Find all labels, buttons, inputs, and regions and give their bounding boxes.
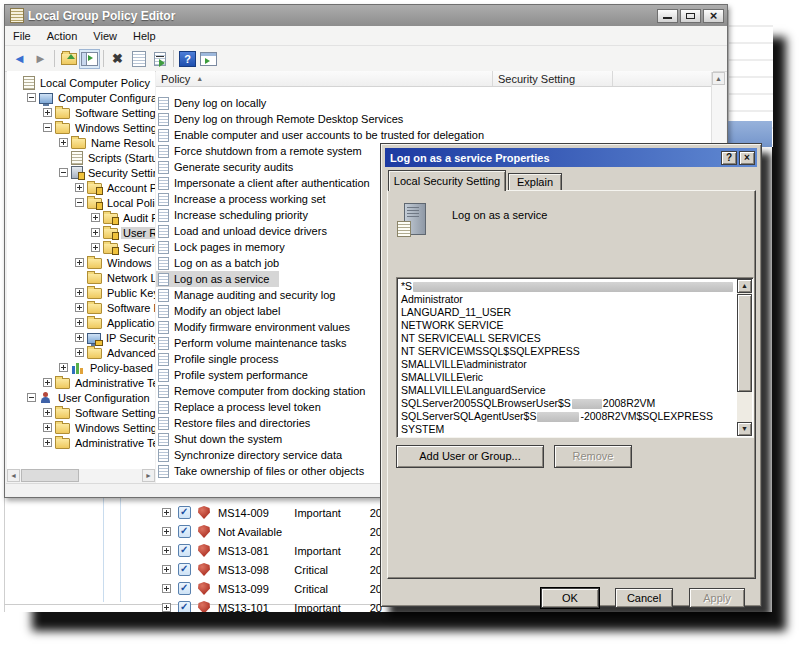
close-button[interactable]: [703, 9, 724, 23]
tree-item[interactable]: Software Settings: [7, 405, 155, 420]
scroll-right-button[interactable]: ►: [142, 469, 155, 482]
menu-item-help[interactable]: Help: [125, 30, 164, 42]
expand-plus-icon[interactable]: [75, 183, 84, 192]
expand-plus-icon[interactable]: [75, 258, 84, 267]
patch-row[interactable]: MS13-098Critical20: [154, 560, 382, 579]
expand-plus-icon[interactable]: [162, 584, 171, 593]
tree-item[interactable]: Windows Settings: [7, 420, 155, 435]
tree-item[interactable]: IP Security Policies on Local Computer: [7, 330, 155, 345]
window-titlebar[interactable]: Local Group Policy Editor: [5, 5, 727, 26]
tree-item[interactable]: Software Restriction Policies: [7, 300, 155, 315]
expand-plus-icon[interactable]: [91, 243, 100, 252]
tree-item[interactable]: Windows Settings: [7, 120, 155, 135]
patch-checkbox[interactable]: [178, 582, 191, 595]
ok-button[interactable]: OK: [541, 588, 599, 608]
policy-row[interactable]: Log on as a service: [156, 271, 279, 287]
tree-item[interactable]: Policy-based QoS: [7, 360, 155, 375]
dialog-help-button[interactable]: ?: [721, 151, 737, 165]
tree-item[interactable]: Network List Manager Policies: [7, 270, 155, 285]
tree-item[interactable]: Administrative Templates: [7, 375, 155, 390]
expand-plus-icon[interactable]: [91, 213, 100, 222]
tree-item[interactable]: Windows Firewall with Advanced Security: [7, 255, 155, 270]
expand-plus-icon[interactable]: [59, 138, 68, 147]
account-row[interactable]: LANGUARD_11_USER: [399, 306, 736, 319]
account-row[interactable]: SMALLVILLE\administrator: [399, 358, 736, 371]
column-header-security-setting[interactable]: Security Setting: [493, 71, 613, 86]
expand-plus-icon[interactable]: [43, 378, 52, 387]
up-one-level-icon[interactable]: [58, 49, 79, 69]
help-icon[interactable]: ?: [177, 49, 198, 69]
column-header-policy[interactable]: Policy ▲: [156, 71, 493, 86]
tree-item[interactable]: Scripts (Startup/Shutdown): [7, 150, 155, 165]
delete-icon[interactable]: ✖: [107, 49, 128, 69]
policy-row[interactable]: Deny log on through Remote Desktop Servi…: [156, 111, 713, 127]
menu-item-file[interactable]: File: [5, 30, 39, 42]
policy-row[interactable]: Enable computer and user accounts to be …: [156, 127, 713, 143]
new-window-icon[interactable]: [198, 49, 219, 69]
tree-item[interactable]: User Rights Assignment: [7, 225, 155, 240]
expand-plus-icon[interactable]: [75, 348, 84, 357]
dialog-titlebar[interactable]: Log on as a service Properties ? ×: [385, 148, 757, 167]
patch-checkbox[interactable]: [178, 525, 191, 538]
expand-plus-icon[interactable]: [162, 508, 171, 517]
account-row[interactable]: SQLServer2005SQLBrowserUser$S2008R2VM: [399, 397, 736, 410]
tab-local-security-setting[interactable]: Local Security Setting: [388, 170, 506, 191]
properties-icon[interactable]: [128, 49, 149, 69]
patch-row[interactable]: Not Available20: [154, 522, 382, 541]
account-row[interactable]: SQLServerSQLAgentUser$S-2008R2VM$SQLEXPR…: [399, 410, 736, 423]
tree-item[interactable]: Account Policies: [7, 180, 155, 195]
scroll-down-button[interactable]: ▼: [737, 422, 752, 436]
tree-item[interactable]: Security Options: [7, 240, 155, 255]
expand-plus-icon[interactable]: [43, 108, 52, 117]
scroll-up-button[interactable]: ▲: [712, 72, 725, 85]
listbox-scrollbar[interactable]: ▲ ▼: [737, 279, 752, 436]
menu-item-action[interactable]: Action: [39, 30, 86, 42]
tree-item[interactable]: Audit Policy: [7, 210, 155, 225]
scrollbar-thumb[interactable]: [21, 469, 79, 482]
accounts-listbox[interactable]: *SAdministratorLANGUARD_11_USERNETWORK S…: [396, 277, 754, 438]
account-row[interactable]: SMALLVILLE\eric: [399, 371, 736, 384]
account-row[interactable]: NT SERVICE\MSSQL$SQLEXPRESS: [399, 345, 736, 358]
account-row[interactable]: NETWORK SERVICE: [399, 319, 736, 332]
menu-item-view[interactable]: View: [85, 30, 125, 42]
account-row[interactable]: SYSTEM: [399, 423, 736, 436]
tree-item[interactable]: Security Settings: [7, 165, 155, 180]
expand-plus-icon[interactable]: [75, 333, 84, 342]
tree-item[interactable]: Local Computer Policy: [7, 75, 155, 90]
collapse-minus-icon[interactable]: [27, 393, 36, 402]
tree-item[interactable]: Software Settings: [7, 105, 155, 120]
minimize-button[interactable]: [657, 9, 678, 23]
account-row[interactable]: NT SERVICE\ALL SERVICES: [399, 332, 736, 345]
forward-icon[interactable]: ►: [30, 49, 51, 69]
tree-horizontal-scrollbar[interactable]: ◄ ►: [7, 469, 155, 483]
patch-checkbox[interactable]: [178, 506, 191, 519]
collapse-minus-icon[interactable]: [75, 198, 84, 207]
tree-item[interactable]: Computer Configuration: [7, 90, 155, 105]
patch-row[interactable]: MS14-009Important20: [154, 503, 382, 522]
remove-button[interactable]: Remove: [554, 445, 632, 468]
scroll-up-button[interactable]: ▲: [737, 279, 752, 293]
expand-plus-icon[interactable]: [91, 228, 100, 237]
expand-plus-icon[interactable]: [162, 546, 171, 555]
expand-plus-icon[interactable]: [162, 603, 171, 612]
patch-row[interactable]: MS13-101Important20: [154, 598, 382, 612]
patch-row[interactable]: MS13-099Critical20: [154, 579, 382, 598]
expand-plus-icon[interactable]: [43, 423, 52, 432]
tab-explain[interactable]: Explain: [508, 173, 562, 191]
patch-checkbox[interactable]: [178, 563, 191, 576]
add-user-or-group-button[interactable]: Add User or Group...: [396, 445, 544, 468]
expand-plus-icon[interactable]: [162, 565, 171, 574]
maximize-button[interactable]: [680, 9, 701, 23]
account-row[interactable]: *S: [399, 280, 736, 293]
apply-button[interactable]: Apply: [689, 588, 745, 608]
tree-item[interactable]: Advanced Audit Policy Configuration: [7, 345, 155, 360]
patch-row[interactable]: MS13-081Important20: [154, 541, 382, 560]
account-row[interactable]: SMALLVILLE\LanguardService: [399, 384, 736, 397]
expand-plus-icon[interactable]: [162, 527, 171, 536]
tree-item[interactable]: Name Resolution Policy: [7, 135, 155, 150]
expand-plus-icon[interactable]: [75, 288, 84, 297]
expand-plus-icon[interactable]: [59, 363, 68, 372]
expand-plus-icon[interactable]: [43, 438, 52, 447]
collapse-minus-icon[interactable]: [59, 168, 68, 177]
tree-item[interactable]: Administrative Templates: [7, 435, 155, 450]
